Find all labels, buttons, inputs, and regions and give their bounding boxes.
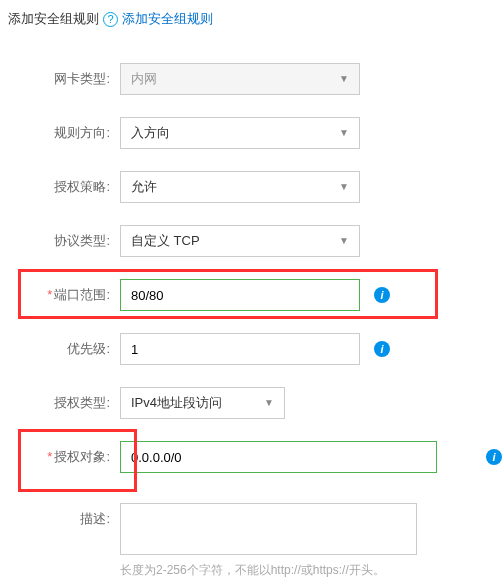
caret-icon: ▼ (339, 118, 349, 148)
label-nic-type: 网卡类型: (0, 63, 120, 95)
select-nic-type-value: 内网 (131, 71, 157, 86)
label-priority: 优先级: (0, 333, 120, 365)
label-protocol: 协议类型: (0, 225, 120, 257)
select-direction-value: 入方向 (131, 125, 170, 140)
caret-icon: ▼ (339, 226, 349, 256)
label-direction: 规则方向: (0, 117, 120, 149)
select-policy-value: 允许 (131, 179, 157, 194)
label-policy: 授权策略: (0, 171, 120, 203)
row-policy: 授权策略: 允许 ▼ (0, 171, 504, 203)
select-protocol-value: 自定义 TCP (131, 233, 200, 248)
label-port-range: *端口范围: (0, 279, 120, 311)
select-direction[interactable]: 入方向 ▼ (120, 117, 360, 149)
help-link[interactable]: 添加安全组规则 (122, 10, 213, 28)
page-title: 添加安全组规则 (8, 10, 99, 28)
row-auth-object: *授权对象: i (0, 441, 504, 473)
select-auth-type[interactable]: IPv4地址段访问 ▼ (120, 387, 285, 419)
select-policy[interactable]: 允许 ▼ (120, 171, 360, 203)
label-auth-type: 授权类型: (0, 387, 120, 419)
row-protocol: 协议类型: 自定义 TCP ▼ (0, 225, 504, 257)
info-icon[interactable]: i (374, 287, 390, 303)
security-rule-form: 网卡类型: 内网 ▼ 规则方向: 入方向 ▼ 授权策略: 允许 ▼ 协议类型: (0, 38, 504, 579)
help-icon[interactable]: ? (103, 12, 118, 27)
select-nic-type: 内网 ▼ (120, 63, 360, 95)
info-icon[interactable]: i (486, 449, 502, 465)
input-port-range[interactable] (120, 279, 360, 311)
row-priority: 优先级: i (0, 333, 504, 365)
select-auth-type-value: IPv4地址段访问 (131, 395, 222, 410)
row-port-range: *端口范围: i (0, 279, 504, 311)
row-description: 描述: 长度为2-256个字符，不能以http://或https://开头。 (0, 503, 504, 579)
info-icon[interactable]: i (374, 341, 390, 357)
page-header: 添加安全组规则 ? 添加安全组规则 (0, 0, 504, 38)
input-priority[interactable] (120, 333, 360, 365)
label-description: 描述: (0, 503, 120, 535)
caret-icon: ▼ (264, 388, 274, 418)
input-auth-object[interactable] (120, 441, 437, 473)
caret-icon: ▼ (339, 64, 349, 94)
textarea-description[interactable] (120, 503, 417, 555)
row-auth-type: 授权类型: IPv4地址段访问 ▼ (0, 387, 504, 419)
description-hint: 长度为2-256个字符，不能以http://或https://开头。 (120, 562, 417, 579)
caret-icon: ▼ (339, 172, 349, 202)
row-nic-type: 网卡类型: 内网 ▼ (0, 63, 504, 95)
label-auth-object: *授权对象: (0, 441, 120, 473)
select-protocol[interactable]: 自定义 TCP ▼ (120, 225, 360, 257)
row-direction: 规则方向: 入方向 ▼ (0, 117, 504, 149)
